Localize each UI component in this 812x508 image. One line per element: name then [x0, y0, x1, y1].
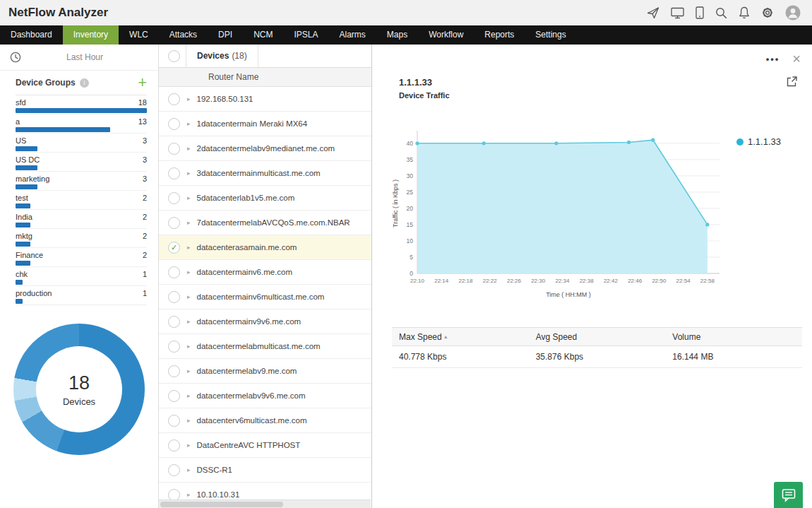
- device-group-item[interactable]: production1: [16, 286, 147, 305]
- device-checkbox[interactable]: [168, 217, 180, 229]
- expand-chevron-icon[interactable]: ▸: [187, 343, 191, 350]
- expand-chevron-icon[interactable]: ▸: [187, 318, 191, 325]
- device-checkbox[interactable]: [168, 93, 180, 105]
- nav-item-dashboard[interactable]: Dashboard: [0, 25, 63, 45]
- user-avatar[interactable]: [785, 5, 801, 20]
- device-checkbox-checked[interactable]: ✓: [168, 242, 180, 254]
- device-group-item[interactable]: a13: [16, 114, 147, 134]
- table-header-max-speed[interactable]: Max Speed ▲: [392, 332, 529, 342]
- device-row[interactable]: ▸1datacentermain Meraki MX64: [159, 112, 371, 136]
- device-checkbox[interactable]: [168, 192, 180, 204]
- device-group-item[interactable]: sfd18: [16, 95, 147, 114]
- nav-item-ncm[interactable]: NCM: [243, 25, 283, 45]
- expand-chevron-icon[interactable]: ▸: [187, 293, 191, 300]
- device-group-item[interactable]: US DC3: [16, 153, 147, 172]
- device-row[interactable]: ▸192.168.50.131: [159, 87, 371, 112]
- device-group-item[interactable]: India2: [16, 210, 147, 229]
- expand-chevron-icon[interactable]: ▸: [187, 145, 191, 152]
- screen-share-icon[interactable]: [671, 7, 684, 19]
- nav-item-attacks[interactable]: Attacks: [159, 25, 208, 45]
- group-bar: [16, 165, 37, 170]
- expand-chevron-icon[interactable]: ▸: [187, 466, 191, 473]
- table-header-avg-speed[interactable]: Avg Speed: [529, 332, 666, 342]
- device-row[interactable]: ▸DSSC-R1: [159, 458, 371, 483]
- search-icon[interactable]: [715, 7, 727, 19]
- settings-gear-icon[interactable]: [761, 6, 774, 19]
- external-link-icon[interactable]: [786, 76, 798, 88]
- notifications-bell-icon[interactable]: [739, 6, 750, 19]
- group-bar: [16, 127, 110, 132]
- device-checkbox[interactable]: [168, 415, 180, 427]
- mobile-icon[interactable]: [695, 6, 704, 19]
- device-name: 7datacentermelabAVCQoS.me.com.NBAR: [197, 218, 350, 227]
- device-checkbox[interactable]: [168, 167, 180, 179]
- device-group-item[interactable]: US3: [16, 134, 147, 153]
- device-row[interactable]: ▸datacentermelabmulticast.me.com: [159, 334, 371, 359]
- device-row[interactable]: ▸7datacentermelabAVCQoS.me.com.NBAR: [159, 211, 371, 235]
- expand-chevron-icon[interactable]: ▸: [187, 244, 191, 251]
- device-checkbox[interactable]: [168, 316, 180, 328]
- expand-chevron-icon[interactable]: ▸: [187, 95, 191, 102]
- device-row[interactable]: ▸datacentermainv9v6.me.com: [159, 309, 371, 334]
- device-group-item[interactable]: chk1: [16, 267, 147, 286]
- device-checkbox[interactable]: [168, 341, 180, 353]
- select-all-checkbox[interactable]: [168, 50, 180, 62]
- table-header-volume[interactable]: Volume: [665, 332, 802, 342]
- device-checkbox[interactable]: [168, 439, 180, 451]
- expand-chevron-icon[interactable]: ▸: [187, 194, 191, 201]
- horizontal-scrollbar[interactable]: [159, 500, 371, 508]
- device-checkbox[interactable]: [168, 118, 180, 130]
- device-checkbox[interactable]: [168, 390, 180, 402]
- chart-legend[interactable]: 1.1.1.33: [736, 124, 781, 302]
- device-group-item[interactable]: Finance2: [16, 248, 147, 267]
- device-checkbox[interactable]: [168, 266, 180, 278]
- nav-item-reports[interactable]: Reports: [474, 25, 525, 45]
- device-group-item[interactable]: mktg2: [16, 229, 147, 248]
- expand-chevron-icon[interactable]: ▸: [187, 491, 191, 498]
- router-name-column-header[interactable]: Router Name: [159, 68, 371, 87]
- expand-chevron-icon[interactable]: ▸: [187, 219, 191, 226]
- device-checkbox[interactable]: [168, 464, 180, 476]
- device-checkbox[interactable]: [168, 291, 180, 303]
- time-filter[interactable]: Last Hour: [0, 45, 158, 71]
- expand-chevron-icon[interactable]: ▸: [187, 392, 191, 399]
- device-row[interactable]: ✓▸datacenterasamain.me.com: [159, 235, 371, 260]
- device-row[interactable]: ▸datacentermelabv9v6.me.com: [159, 384, 371, 408]
- nav-item-inventory[interactable]: Inventory: [63, 25, 119, 45]
- expand-chevron-icon[interactable]: ▸: [187, 170, 191, 177]
- device-group-item[interactable]: marketing3: [16, 172, 147, 191]
- donut-ring[interactable]: 18 Devices: [13, 324, 145, 455]
- device-group-item[interactable]: test2: [16, 191, 147, 210]
- device-checkbox[interactable]: [168, 365, 180, 377]
- add-group-button[interactable]: +: [138, 76, 147, 89]
- nav-item-settings[interactable]: Settings: [525, 25, 576, 45]
- device-row[interactable]: ▸5datacenterlab1v5.me.com: [159, 186, 371, 211]
- device-row[interactable]: ▸datacentermainv6multicast.me.com: [159, 285, 371, 309]
- device-checkbox[interactable]: [168, 489, 180, 501]
- expand-chevron-icon[interactable]: ▸: [187, 417, 191, 424]
- devices-tab[interactable]: Devices (18): [186, 45, 258, 68]
- device-row[interactable]: ▸datacenterv6multicast.me.com: [159, 408, 371, 433]
- nav-item-dpi[interactable]: DPI: [208, 25, 243, 45]
- device-row[interactable]: ▸datacentermainv6.me.com: [159, 260, 371, 285]
- nav-item-workflow[interactable]: Workflow: [418, 25, 474, 45]
- expand-chevron-icon[interactable]: ▸: [187, 442, 191, 449]
- send-icon[interactable]: [647, 6, 659, 19]
- svg-text:22:10: 22:10: [410, 278, 425, 284]
- scrollbar-thumb[interactable]: [160, 502, 283, 507]
- device-checkbox[interactable]: [168, 143, 180, 155]
- svg-text:30: 30: [407, 172, 414, 179]
- expand-chevron-icon[interactable]: ▸: [187, 268, 191, 276]
- nav-item-maps[interactable]: Maps: [376, 25, 418, 45]
- device-row[interactable]: ▸3datacentermainmulticast.me.com: [159, 161, 371, 186]
- chat-button[interactable]: [774, 482, 803, 508]
- expand-chevron-icon[interactable]: ▸: [187, 120, 191, 127]
- nav-item-alarms[interactable]: Alarms: [328, 25, 376, 45]
- nav-item-wlc[interactable]: WLC: [119, 25, 159, 45]
- device-row[interactable]: ▸2datacentermelabv9medianet.me.com: [159, 136, 371, 161]
- device-row[interactable]: ▸datacentermelabv9.me.com: [159, 359, 371, 384]
- device-row[interactable]: ▸DataCentreAVC HTTPHOST: [159, 433, 371, 458]
- nav-item-ipsla[interactable]: IPSLA: [283, 25, 328, 45]
- expand-chevron-icon[interactable]: ▸: [187, 367, 191, 374]
- info-icon[interactable]: i: [80, 78, 89, 88]
